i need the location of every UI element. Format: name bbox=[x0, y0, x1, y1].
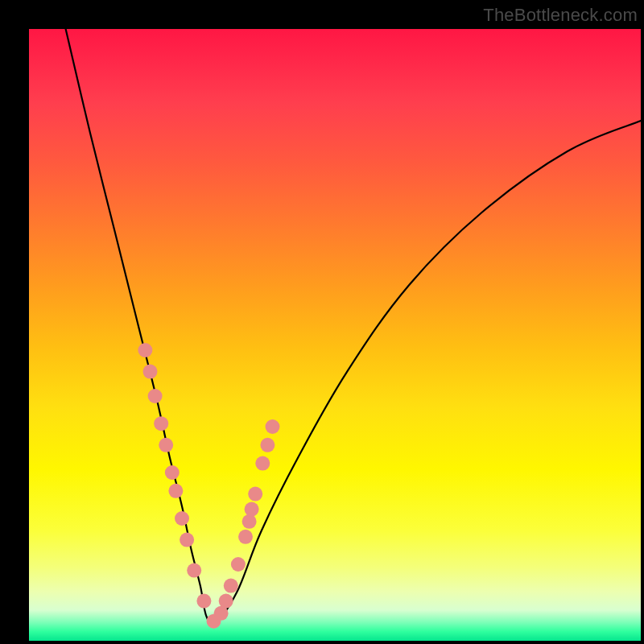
highlighted-point bbox=[238, 530, 253, 544]
highlighted-point bbox=[260, 438, 275, 452]
highlighted-point bbox=[154, 416, 168, 431]
highlighted-point bbox=[168, 484, 183, 498]
highlighted-point bbox=[255, 456, 270, 471]
highlighted-point bbox=[248, 487, 262, 502]
highlighted-point bbox=[187, 564, 201, 578]
plot-area bbox=[29, 29, 641, 641]
bottleneck-curve bbox=[66, 29, 641, 625]
highlighted-point bbox=[242, 514, 257, 529]
highlighted-point bbox=[245, 502, 259, 517]
highlighted-point bbox=[138, 343, 152, 357]
highlighted-point bbox=[231, 557, 246, 572]
chart-frame: TheBottleneck.com bbox=[0, 0, 644, 644]
highlighted-point bbox=[165, 465, 180, 480]
highlighted-point bbox=[180, 533, 194, 547]
highlighted-point bbox=[159, 438, 173, 452]
highlighted-points-group bbox=[138, 343, 279, 629]
highlighted-point bbox=[175, 511, 189, 526]
highlighted-point bbox=[148, 389, 163, 403]
highlighted-point bbox=[219, 594, 233, 609]
highlighted-point bbox=[224, 579, 238, 593]
watermark-text: TheBottleneck.com bbox=[483, 5, 638, 26]
highlighted-point bbox=[143, 365, 158, 379]
highlighted-point bbox=[196, 594, 211, 609]
highlighted-point bbox=[266, 419, 280, 434]
chart-svg bbox=[29, 29, 641, 641]
